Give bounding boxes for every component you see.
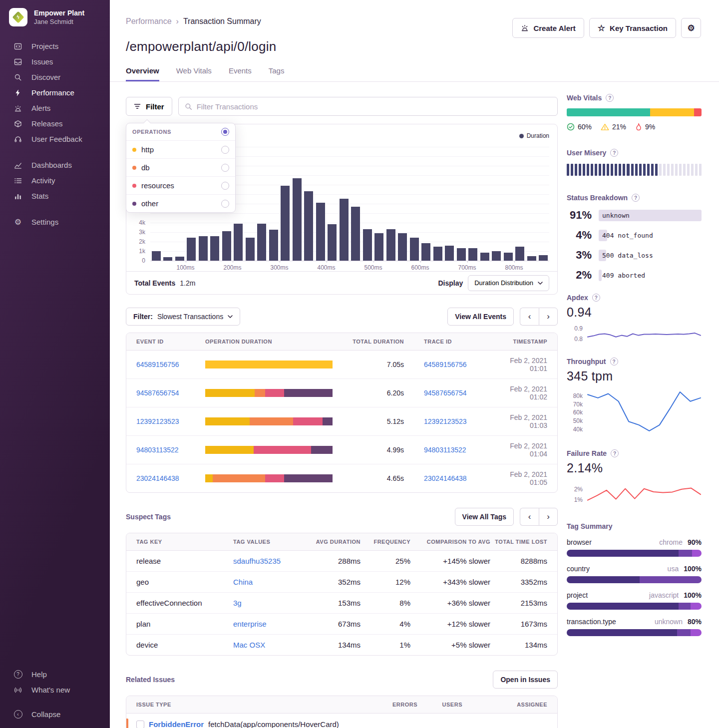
event-id-link[interactable]: 94803113522 [136,446,205,454]
col-frequency: FREQUENCY [360,539,410,545]
tag-value-link[interactable]: 3g [233,599,308,607]
create-alert-label: Create Alert [533,24,575,32]
trace-id-link[interactable]: 12392123523 [424,417,506,425]
trace-id-link[interactable]: 94803113522 [424,446,506,454]
event-id-link[interactable]: 23024146438 [136,474,205,482]
key-transaction-button[interactable]: ☆ Key Transaction [589,18,676,38]
timestamp-value: Feb 2, 2021 01:03 [506,413,547,429]
operations-all-radio[interactable] [221,128,229,136]
pager-next-button[interactable]: › [539,308,558,326]
status-row: 91% unknown [567,209,702,222]
help-question-icon[interactable]: ? [610,358,618,365]
event-id-link[interactable]: 12392123523 [136,417,205,425]
tag-summary-row: project javascript 100% [567,591,702,610]
avg-duration: 352ms [308,578,360,586]
col-operation-duration: OPERATION DURATION [205,339,339,345]
avg-duration: 288ms [308,557,360,565]
col-trace-id: TRACE ID [424,339,506,345]
user-misery-bar [567,164,702,176]
frequency: 12% [360,578,410,586]
sidebar-item-activity[interactable]: Activity [0,173,110,188]
comparison: +343% slower [410,578,490,586]
filter-button[interactable]: Filter [126,97,172,116]
sidebar-item-stats[interactable]: Stats [0,188,110,204]
open-in-issues-button[interactable]: Open in Issues [493,671,558,689]
search-icon [185,103,192,110]
throughput-sparkline: 80k70k60k50k40k [567,388,702,434]
trace-id-link[interactable]: 64589156756 [424,361,506,368]
total-events-label: Total Events [134,279,175,287]
tag-key: release [136,557,233,565]
total-time-lost: 8288ms [490,557,547,565]
tab-events[interactable]: Events [229,66,252,81]
sidebar-collapse-button[interactable]: ‹ Collapse [0,707,110,722]
sidebar-item-releases[interactable]: Releases [0,116,110,131]
create-alert-button[interactable]: Create Alert [512,18,584,38]
sidebar-item-whats-new[interactable]: What's new [0,682,110,698]
org-name: Empower Plant [34,9,84,17]
view-all-events-button[interactable]: View All Events [447,308,514,326]
pager-next-button[interactable]: › [539,508,558,526]
operation-option-other[interactable]: other [126,195,235,212]
tag-value-link[interactable]: Mac OSX [233,641,308,649]
sidebar-item-alerts[interactable]: Alerts [0,100,110,116]
org-switcher[interactable]: ϟ Empower Plant Jane Schmidt [0,0,110,26]
sidebar-item-label: Settings [31,218,58,226]
resources-radio[interactable] [221,182,229,190]
trace-id-link[interactable]: 23024146438 [424,474,506,482]
tab-tags[interactable]: Tags [269,66,285,81]
sidebar-item-user-feedback[interactable]: User Feedback [0,131,110,147]
sidebar-item-label: Stats [31,192,48,200]
tab-overview[interactable]: Overview [126,66,159,81]
other-radio[interactable] [221,200,229,208]
tag-value-link[interactable]: China [233,578,308,586]
display-select[interactable]: Duration Distribution [468,275,549,291]
help-question-icon[interactable]: ? [592,294,600,302]
filter-lines-icon [134,103,141,109]
help-question-icon[interactable]: ? [606,94,614,102]
sidebar-item-performance[interactable]: Performance [0,85,110,100]
apdex-value: 0.94 [567,305,702,320]
operation-option-resources[interactable]: resources [126,177,235,195]
trace-id-link[interactable]: 94587656754 [424,389,506,397]
operation-option-http[interactable]: http [126,141,235,159]
event-row: 94803113522 4.99s 94803113522 Feb 2, 202… [126,436,557,464]
help-question-icon[interactable]: ? [610,149,618,157]
tab-web-vitals[interactable]: Web Vitals [176,66,212,81]
events-filter-select[interactable]: Filter: Slowest Transactions [126,308,240,326]
suspect-tag-row: effectiveConnection 3g 153ms 8% +36% slo… [126,593,557,614]
http-radio[interactable] [221,146,229,154]
operation-label: http [141,145,154,154]
projects-icon [13,42,23,50]
help-question-icon[interactable]: ? [611,449,619,457]
operation-option-db[interactable]: db [126,159,235,177]
event-id-link[interactable]: 94587656754 [136,389,205,397]
sidebar-item-settings[interactable]: ⚙ Settings [0,214,110,230]
suspect-tag-row: device Mac OSX 134ms 1% +5% slower 134ms [126,635,557,655]
tag-value-link[interactable]: enterprise [233,620,308,628]
pager-prev-button[interactable]: ‹ [520,308,539,326]
tag-value-link[interactable]: sdaufhu35235 [233,557,308,565]
tag-key: geo [136,578,233,586]
event-id-link[interactable]: 64589156756 [136,361,205,368]
search-input[interactable] [197,102,551,111]
help-question-icon[interactable]: ? [632,194,640,202]
event-row: 64589156756 7.05s 64589156756 Feb 2, 202… [126,351,557,379]
related-issues-title: Related Issues [126,676,175,684]
settings-gear-icon: ⚙ [13,218,23,226]
view-all-tags-button[interactable]: View All Tags [455,508,514,526]
transaction-settings-button[interactable]: ⚙ [681,18,701,38]
sidebar-item-discover[interactable]: Discover [0,69,110,85]
pager-prev-button[interactable]: ‹ [520,508,539,526]
issue-checkbox[interactable] [136,721,144,728]
comparison: +12% slower [410,620,490,628]
tag-key: plan [136,620,233,628]
sidebar-item-dashboards[interactable]: Dashboards [0,157,110,173]
sidebar-item-help[interactable]: ? Help [0,667,110,682]
breadcrumb-performance[interactable]: Performance [126,17,172,26]
issue-type-link[interactable]: ForbiddenError [149,720,204,728]
status-pct: 4% [567,229,592,242]
db-radio[interactable] [221,164,229,172]
sidebar-item-projects[interactable]: Projects [0,38,110,54]
sidebar-item-issues[interactable]: Issues [0,54,110,69]
